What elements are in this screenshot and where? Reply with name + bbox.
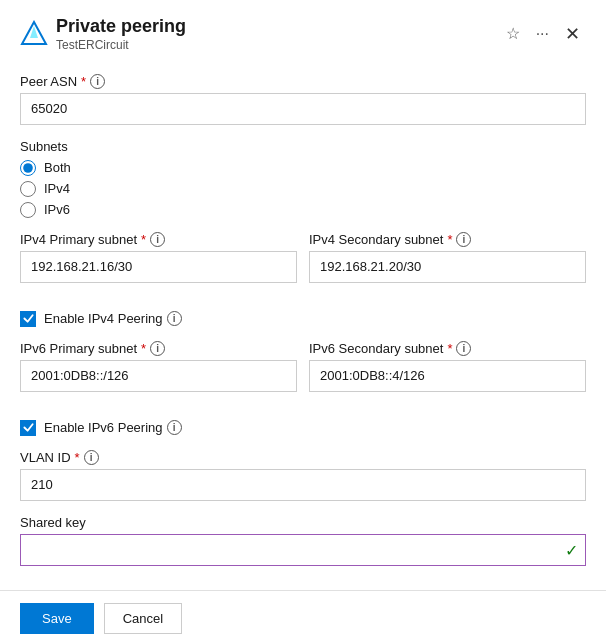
ipv4-secondary-group: IPv4 Secondary subnet * i — [309, 232, 586, 283]
ipv6-primary-info-icon[interactable]: i — [150, 341, 165, 356]
enable-ipv6-row: Enable IPv6 Peering i — [20, 420, 586, 436]
subnet-radio-group: Both IPv4 IPv6 — [20, 160, 586, 218]
shared-key-check-icon: ✓ — [565, 540, 578, 559]
enable-ipv4-label: Enable IPv4 Peering i — [44, 311, 182, 326]
ipv6-primary-group: IPv6 Primary subnet * i — [20, 341, 297, 392]
pin-button[interactable]: ☆ — [500, 20, 526, 47]
ipv6-secondary-info-icon[interactable]: i — [456, 341, 471, 356]
ipv6-subnet-row: IPv6 Primary subnet * i IPv6 Secondary s… — [20, 341, 586, 406]
ipv4-secondary-label: IPv4 Secondary subnet * i — [309, 232, 586, 247]
vlan-id-label: VLAN ID * i — [20, 450, 586, 465]
radio-ipv6-input[interactable] — [20, 202, 36, 218]
shared-key-group: Shared key ✓ — [20, 515, 586, 566]
ipv6-secondary-required: * — [447, 341, 452, 356]
ipv6-secondary-group: IPv6 Secondary subnet * i — [309, 341, 586, 392]
dialog-footer: Save Cancel — [0, 590, 606, 644]
enable-ipv4-row: Enable IPv4 Peering i — [20, 311, 586, 327]
shared-key-input-wrap: ✓ — [20, 534, 586, 566]
radio-both-input[interactable] — [20, 160, 36, 176]
azure-logo — [20, 20, 48, 48]
ipv4-secondary-info-icon[interactable]: i — [456, 232, 471, 247]
ipv4-primary-label: IPv4 Primary subnet * i — [20, 232, 297, 247]
header-actions: ☆ ··· ✕ — [500, 19, 586, 49]
subnets-group: Subnets Both IPv4 IPv6 — [20, 139, 586, 218]
more-button[interactable]: ··· — [530, 21, 555, 47]
radio-both-label: Both — [44, 160, 71, 175]
peer-asn-info-icon[interactable]: i — [90, 74, 105, 89]
enable-ipv6-info-icon[interactable]: i — [167, 420, 182, 435]
shared-key-label: Shared key — [20, 515, 586, 530]
radio-both[interactable]: Both — [20, 160, 586, 176]
ipv4-secondary-input[interactable] — [309, 251, 586, 283]
save-button[interactable]: Save — [20, 603, 94, 634]
ipv6-secondary-label: IPv6 Secondary subnet * i — [309, 341, 586, 356]
ipv4-primary-info-icon[interactable]: i — [150, 232, 165, 247]
radio-ipv4-input[interactable] — [20, 181, 36, 197]
peer-asn-group: Peer ASN * i — [20, 74, 586, 125]
dialog-body: Peer ASN * i Subnets Both IPv4 IP — [0, 58, 606, 590]
shared-key-input[interactable] — [20, 534, 586, 566]
peer-asn-label: Peer ASN * i — [20, 74, 586, 89]
title-block: Private peering TestERCircuit — [56, 16, 492, 52]
vlan-id-required: * — [75, 450, 80, 465]
ipv4-primary-required: * — [141, 232, 146, 247]
radio-ipv6[interactable]: IPv6 — [20, 202, 586, 218]
enable-ipv4-info-icon[interactable]: i — [167, 311, 182, 326]
vlan-id-info-icon[interactable]: i — [84, 450, 99, 465]
vlan-id-group: VLAN ID * i — [20, 450, 586, 501]
checkbox-ipv6-check-icon — [23, 422, 34, 433]
radio-ipv4[interactable]: IPv4 — [20, 181, 586, 197]
close-button[interactable]: ✕ — [559, 19, 586, 49]
enable-ipv6-checkbox[interactable] — [20, 420, 36, 436]
cancel-button[interactable]: Cancel — [104, 603, 182, 634]
subnets-label: Subnets — [20, 139, 586, 154]
ipv6-primary-label: IPv6 Primary subnet * i — [20, 341, 297, 356]
peer-asn-input[interactable] — [20, 93, 586, 125]
dialog-header: Private peering TestERCircuit ☆ ··· ✕ — [0, 0, 606, 58]
ipv4-subnet-row: IPv4 Primary subnet * i IPv4 Secondary s… — [20, 232, 586, 297]
radio-ipv4-label: IPv4 — [44, 181, 70, 196]
ipv6-secondary-input[interactable] — [309, 360, 586, 392]
checkbox-check-icon — [23, 313, 34, 324]
required-star: * — [81, 74, 86, 89]
enable-ipv6-label: Enable IPv6 Peering i — [44, 420, 182, 435]
ipv6-primary-required: * — [141, 341, 146, 356]
ipv6-primary-input[interactable] — [20, 360, 297, 392]
enable-ipv4-checkbox[interactable] — [20, 311, 36, 327]
ipv4-primary-input[interactable] — [20, 251, 297, 283]
radio-ipv6-label: IPv6 — [44, 202, 70, 217]
ipv4-primary-group: IPv4 Primary subnet * i — [20, 232, 297, 283]
vlan-id-input[interactable] — [20, 469, 586, 501]
dialog-subtitle: TestERCircuit — [56, 38, 492, 52]
ipv4-secondary-required: * — [447, 232, 452, 247]
dialog-title: Private peering — [56, 16, 492, 38]
private-peering-dialog: Private peering TestERCircuit ☆ ··· ✕ Pe… — [0, 0, 606, 644]
